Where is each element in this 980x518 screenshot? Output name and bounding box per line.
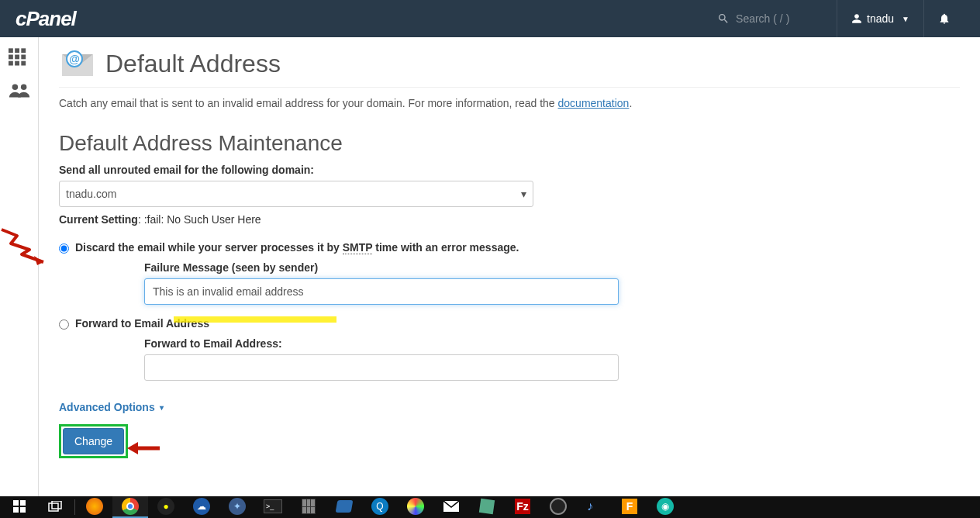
domain-select[interactable]: tnadu.com bbox=[59, 181, 533, 207]
change-button[interactable]: Change bbox=[63, 428, 124, 454]
svg-rect-7 bbox=[15, 61, 19, 66]
top-header: cPanel tnadu ▼ bbox=[0, 0, 980, 37]
advanced-options-toggle[interactable]: Advanced Options bbox=[59, 401, 164, 413]
user-icon bbox=[851, 13, 862, 24]
main-content: @ Default Address Catch any email that i… bbox=[39, 37, 980, 496]
app-taskbar-icon-3[interactable]: ✦ bbox=[219, 496, 255, 518]
chrome-taskbar-icon[interactable] bbox=[112, 496, 148, 518]
app-taskbar-icon-7[interactable]: ♪ bbox=[576, 496, 612, 518]
failure-block: Failure Message (seen by sender) bbox=[144, 261, 960, 305]
start-button[interactable] bbox=[2, 496, 37, 518]
svg-rect-5 bbox=[21, 55, 26, 60]
forward-label: Forward to Email Address: bbox=[144, 337, 960, 350]
task-view-button[interactable] bbox=[37, 496, 73, 518]
left-sidebar bbox=[0, 37, 39, 496]
search-input[interactable] bbox=[736, 12, 813, 25]
documentation-link[interactable]: documentation bbox=[558, 97, 630, 109]
windows-taskbar: ● ☁ ✦ >_ Q Fz ♪ F ◉ bbox=[0, 496, 980, 518]
change-button-highlight: Change bbox=[59, 424, 128, 458]
svg-rect-0 bbox=[9, 48, 13, 53]
page-title: Default Address bbox=[105, 50, 281, 78]
domain-label: Send all unrouted email for the followin… bbox=[59, 164, 960, 176]
svg-rect-6 bbox=[9, 61, 13, 66]
firefox-taskbar-icon[interactable] bbox=[77, 496, 112, 518]
bell-icon bbox=[938, 12, 951, 25]
option-discard-row: Discard the email while your server proc… bbox=[59, 241, 960, 254]
user-menu[interactable]: tnadu ▼ bbox=[837, 0, 923, 37]
app-taskbar-icon-9[interactable]: ◉ bbox=[647, 496, 683, 518]
app-taskbar-icon-2[interactable]: ☁ bbox=[184, 496, 219, 518]
svg-rect-3 bbox=[9, 55, 13, 60]
app-taskbar-icon-4[interactable] bbox=[326, 496, 362, 518]
svg-rect-19 bbox=[20, 500, 26, 506]
failure-label: Failure Message (seen by sender) bbox=[144, 261, 960, 274]
caret-down-icon: ▼ bbox=[902, 15, 909, 23]
svg-rect-1 bbox=[15, 48, 19, 53]
svg-marker-17 bbox=[127, 442, 138, 454]
svg-rect-18 bbox=[13, 500, 19, 506]
filezilla-taskbar-icon[interactable]: Fz bbox=[505, 496, 540, 518]
svg-rect-20 bbox=[13, 507, 19, 513]
users-icon[interactable] bbox=[8, 81, 31, 99]
forward-email-input[interactable] bbox=[144, 354, 619, 381]
annotation-lightning-arrow bbox=[0, 220, 45, 267]
annotation-red-arrow bbox=[127, 439, 161, 458]
domain-selected-value: tnadu.com bbox=[66, 188, 116, 200]
calculator-taskbar-icon[interactable] bbox=[291, 496, 326, 518]
app-taskbar-icon-6[interactable] bbox=[469, 496, 505, 518]
svg-rect-21 bbox=[20, 507, 26, 513]
paint-taskbar-icon[interactable] bbox=[398, 496, 433, 518]
svg-rect-4 bbox=[15, 55, 19, 60]
discard-radio[interactable] bbox=[59, 243, 69, 254]
page-header: @ Default Address bbox=[59, 48, 960, 88]
app-taskbar-icon-5[interactable]: Q bbox=[362, 496, 398, 518]
svg-rect-23 bbox=[52, 501, 61, 509]
app-taskbar-icon-1[interactable]: ● bbox=[148, 496, 184, 518]
section-title: Default Address Maintenance bbox=[59, 131, 960, 156]
annotation-yellow-highlight bbox=[174, 316, 336, 323]
search-area[interactable] bbox=[717, 12, 813, 25]
default-address-icon: @ bbox=[59, 48, 96, 79]
svg-point-9 bbox=[12, 85, 18, 91]
discard-label[interactable]: Discard the email while your server proc… bbox=[75, 241, 519, 254]
terminal-taskbar-icon[interactable]: >_ bbox=[255, 496, 291, 518]
search-icon bbox=[717, 12, 730, 25]
current-setting: Current Setting: :fail: No Such User Her… bbox=[59, 213, 960, 226]
intro-text: Catch any email that is sent to an inval… bbox=[59, 97, 960, 109]
svg-rect-8 bbox=[21, 61, 26, 66]
svg-text:@: @ bbox=[69, 53, 80, 65]
forward-block: Forward to Email Address: bbox=[144, 337, 960, 381]
app-taskbar-icon-8[interactable]: F bbox=[612, 496, 647, 518]
failure-message-input[interactable] bbox=[144, 278, 619, 305]
obs-taskbar-icon[interactable] bbox=[540, 496, 576, 518]
svg-rect-22 bbox=[49, 503, 58, 511]
taskbar-divider bbox=[74, 499, 75, 515]
apps-grid-icon[interactable] bbox=[8, 48, 31, 67]
mail-taskbar-icon[interactable] bbox=[433, 496, 469, 518]
notifications-button[interactable] bbox=[923, 0, 964, 37]
cpanel-logo[interactable]: cPanel bbox=[16, 7, 76, 31]
svg-point-10 bbox=[20, 85, 26, 91]
svg-rect-2 bbox=[21, 48, 26, 53]
smtp-abbr: SMTP bbox=[343, 241, 373, 254]
username: tnadu bbox=[867, 12, 894, 25]
forward-radio[interactable] bbox=[59, 319, 69, 330]
